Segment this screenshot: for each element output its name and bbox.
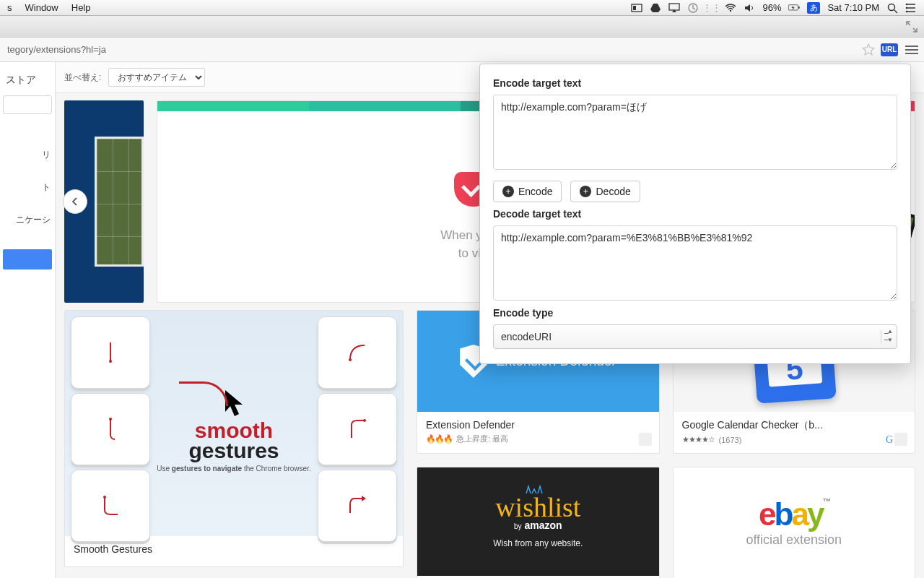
- hero-thumbnail: [95, 137, 144, 267]
- gesture-key-icon: [71, 316, 150, 389]
- timemachine-icon[interactable]: [687, 2, 699, 14]
- encode-button[interactable]: + Encode: [493, 181, 562, 202]
- notification-center-icon[interactable]: [905, 2, 917, 14]
- svg-point-8: [906, 3, 908, 5]
- gdrive-icon[interactable]: [650, 2, 661, 14]
- svg-point-10: [906, 10, 908, 12]
- gesture-key-icon: [318, 470, 397, 542]
- svg-point-15: [103, 496, 106, 499]
- svg-point-7: [889, 4, 895, 10]
- encode-textarea[interactable]: [493, 95, 897, 170]
- url-text[interactable]: tegory/extensions?hl=ja: [4, 44, 106, 55]
- wifi-icon[interactable]: [725, 2, 736, 14]
- clock[interactable]: Sat 7:10 PM: [827, 2, 879, 13]
- store-title: ストア: [0, 69, 55, 91]
- card-smooth-gestures[interactable]: smooth gestures Use gestures to navigate…: [64, 310, 404, 567]
- sidebar-item[interactable]: ト: [0, 171, 55, 204]
- card-image-sub: official extension: [746, 532, 842, 548]
- sidebar: ストア リ ト ニケーシ: [0, 62, 56, 578]
- card-ebay[interactable]: ebay™ official extension eBay Extension …: [673, 467, 916, 578]
- svg-point-9: [906, 7, 908, 9]
- gesture-key-icon: [318, 316, 397, 389]
- svg-rect-2: [669, 4, 679, 10]
- decode-label: Decode target text: [493, 208, 897, 220]
- gesture-key-icon: [71, 470, 150, 542]
- puzzle-icon: [894, 433, 907, 446]
- sidebar-item[interactable]: リ: [0, 139, 55, 171]
- sparkle-icon: [523, 485, 552, 495]
- sort-label: 並べ替え:: [64, 72, 101, 84]
- rating-count: (1673): [719, 436, 742, 444]
- ebay-logo: ebay™: [759, 496, 829, 532]
- fullscreen-icon[interactable]: [905, 20, 918, 33]
- sidebar-item[interactable]: [0, 118, 55, 139]
- battery-percent: 96%: [762, 2, 781, 13]
- hero-side-tile[interactable]: [64, 100, 144, 303]
- smooth-text: smooth: [195, 420, 273, 440]
- gesture-key-icon: [71, 393, 150, 465]
- by-text: by: [514, 522, 522, 530]
- svg-rect-1: [633, 6, 636, 10]
- url-extension-icon[interactable]: URL: [881, 43, 898, 56]
- gestures-text: gestures: [188, 440, 279, 462]
- gesture-key-icon: [318, 393, 397, 465]
- plus-icon: +: [580, 186, 591, 197]
- encode-label: Encode target text: [493, 77, 897, 89]
- encode-type-select[interactable]: encodeURI: [493, 324, 897, 349]
- menu-item-window[interactable]: Window: [25, 2, 58, 13]
- spotlight-icon[interactable]: [886, 2, 898, 14]
- menu-item-app[interactable]: s: [7, 2, 12, 13]
- card-title: Smooth Gestures: [74, 543, 394, 555]
- prev-button[interactable]: [63, 189, 87, 214]
- airplay-icon[interactable]: [668, 2, 680, 14]
- decode-button[interactable]: + Decode: [570, 181, 640, 202]
- chrome-menu-icon[interactable]: [905, 46, 918, 54]
- wishlist-logo: wishlist: [495, 495, 580, 519]
- puzzle-icon: [639, 433, 652, 446]
- sidebar-item[interactable]: ニケーシ: [0, 204, 55, 236]
- encode-type-label: Encode type: [493, 307, 897, 319]
- extension-popup: Encode target text + Encode + Decode Dec…: [479, 64, 911, 364]
- card-subtitle: 急上昇度: 最高: [456, 434, 508, 444]
- input-method-icon[interactable]: あ: [807, 2, 820, 14]
- svg-point-13: [109, 418, 112, 420]
- volume-icon[interactable]: [744, 2, 755, 14]
- svg-point-4: [730, 9, 731, 11]
- decode-textarea[interactable]: [493, 225, 897, 301]
- dock-icon[interactable]: [631, 2, 642, 14]
- window-chrome: [0, 16, 924, 38]
- smooth-tagline: Use gestures to navigate the Chrome brow…: [157, 465, 310, 473]
- battery-icon[interactable]: [788, 2, 800, 14]
- svg-point-12: [349, 358, 352, 361]
- svg-point-14: [363, 419, 366, 422]
- star-rating-icon: ★★★★☆: [682, 435, 715, 444]
- svg-point-11: [109, 360, 112, 363]
- card-image-sub: Wish from any website.: [493, 538, 583, 548]
- card-title: Google Calendar Checker（b...: [682, 419, 907, 432]
- bluetooth-icon[interactable]: ⋮⋮: [706, 2, 718, 14]
- sidebar-search-input[interactable]: [3, 95, 52, 114]
- card-title: Extension Defender: [426, 419, 650, 431]
- cursor-icon: [218, 386, 250, 418]
- plus-icon: +: [502, 186, 514, 197]
- trending-icon: 🔥🔥🔥: [426, 434, 452, 444]
- sidebar-primary-button[interactable]: [3, 249, 52, 269]
- menu-item-help[interactable]: Help: [71, 2, 91, 13]
- sort-select[interactable]: おすすめアイテム: [108, 68, 205, 87]
- card-amazon-wishlist[interactable]: wishlist by amazon Wish from any website…: [417, 467, 660, 578]
- address-bar: tegory/extensions?hl=ja URL: [0, 38, 924, 62]
- mac-menubar: s Window Help ⋮⋮ 96% あ Sat 7:10 PM: [0, 0, 924, 16]
- bookmark-star-icon[interactable]: [862, 43, 875, 56]
- svg-rect-6: [799, 7, 800, 9]
- google-g-icon: G: [886, 434, 893, 446]
